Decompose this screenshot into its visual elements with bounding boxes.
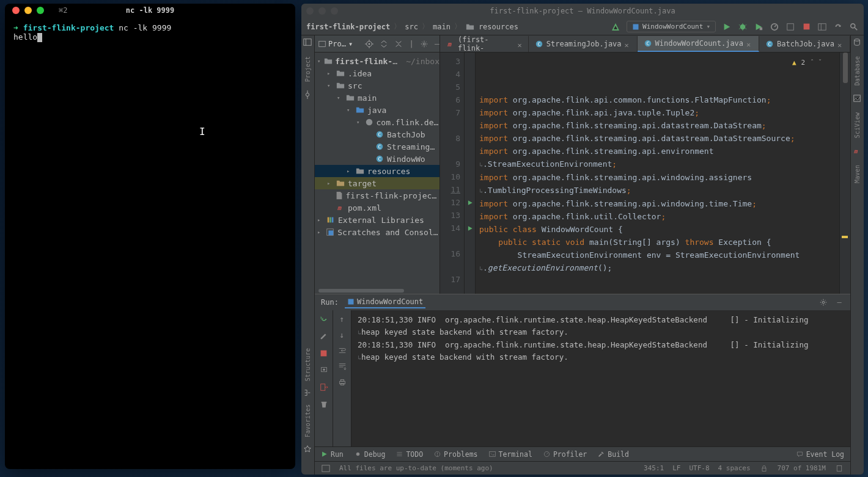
- tree-row[interactable]: ▸ .idea: [315, 67, 440, 79]
- debug-icon[interactable]: [738, 22, 748, 32]
- editor-tab[interactable]: C WindowWordCount.java ✕: [638, 36, 760, 52]
- terminal-titlebar[interactable]: ⌘2 nc -lk 9999: [5, 4, 295, 17]
- tree-row[interactable]: m pom.xml: [315, 202, 440, 214]
- gear-icon[interactable]: [420, 39, 428, 49]
- editor-scrollbar[interactable]: [839, 53, 850, 294]
- run-line-marker[interactable]: [465, 170, 475, 183]
- delete-icon[interactable]: [319, 399, 329, 409]
- tree-row[interactable]: ▸ External Libraries: [315, 214, 440, 226]
- bt-terminal[interactable]: Terminal: [489, 450, 532, 459]
- up-icon[interactable]: ↑: [337, 314, 347, 324]
- minimize-dot[interactable]: [318, 7, 326, 15]
- tree-row[interactable]: ▸ target: [315, 177, 440, 189]
- tree-arrow-icon[interactable]: ▾: [347, 107, 353, 113]
- terminal-tab[interactable]: ⌘2: [54, 5, 72, 16]
- database-tool-icon[interactable]: [853, 38, 862, 48]
- code-editor[interactable]: 34567 8 91011121314 16 17 ▲ 2 ˆ ˇ import…: [440, 53, 850, 294]
- tree-row[interactable]: ▾ com.flink.demo: [315, 116, 440, 128]
- run-line-marker[interactable]: [465, 273, 475, 286]
- structure-tool-icon[interactable]: [303, 388, 313, 397]
- collapse-all-icon[interactable]: [394, 39, 403, 49]
- close-dot[interactable]: [306, 7, 314, 15]
- close-icon[interactable]: ✕: [837, 41, 844, 47]
- run-line-marker[interactable]: [465, 196, 475, 209]
- tree-row[interactable]: C StreamingJo: [315, 140, 440, 153]
- close-icon[interactable]: ✕: [746, 40, 752, 46]
- modify-run-icon[interactable]: [319, 331, 329, 341]
- tool-windows-icon[interactable]: [321, 464, 331, 473]
- sciview-tool-label[interactable]: SciView: [854, 112, 861, 138]
- rerun-icon[interactable]: [319, 314, 329, 324]
- breadcrumb[interactable]: first-flink-project 〉 src 〉 main 〉 resou…: [306, 21, 518, 32]
- expand-all-icon[interactable]: [380, 39, 388, 49]
- tree-arrow-icon[interactable]: ▸: [317, 217, 323, 223]
- minimize-dot[interactable]: [24, 7, 32, 14]
- run-config-tab[interactable]: WindowWordCount: [345, 296, 425, 308]
- zoom-dot[interactable]: [37, 7, 44, 14]
- bt-run[interactable]: Run: [321, 450, 344, 459]
- zoom-dot[interactable]: [331, 7, 338, 15]
- tree-arrow-icon[interactable]: ▾: [317, 58, 322, 64]
- tree-row[interactable]: ▾ java: [315, 104, 440, 116]
- scrollbar-thumb[interactable]: [318, 289, 404, 293]
- hide-icon[interactable]: —: [435, 39, 440, 49]
- run-line-marker[interactable]: [465, 158, 475, 170]
- tree-row[interactable]: first-flink-project.iml: [315, 189, 440, 202]
- bt-debug[interactable]: Debug: [355, 450, 386, 459]
- terminal-body[interactable]: ➜ first-flink-project nc -lk 9999 hello: [5, 17, 295, 48]
- stop-icon[interactable]: [801, 22, 811, 32]
- tree-row[interactable]: ▸ Scratches and Consoles: [315, 226, 440, 238]
- tree-row[interactable]: ▾ src: [315, 79, 440, 92]
- run-line-marker[interactable]: [465, 286, 475, 294]
- locate-icon[interactable]: [365, 39, 373, 49]
- attach-icon[interactable]: [785, 22, 795, 32]
- search-icon[interactable]: [849, 22, 859, 32]
- tree-arrow-icon[interactable]: ▾: [356, 119, 362, 125]
- readonly-icon[interactable]: [759, 464, 769, 473]
- ide-titlebar[interactable]: first-flink-project – WindowWordCount.ja…: [301, 4, 864, 18]
- run-line-marker[interactable]: [465, 132, 475, 145]
- maven-tool-label[interactable]: Maven: [854, 165, 861, 183]
- project-tool-icon[interactable]: [303, 38, 313, 48]
- horizontal-scrollbar[interactable]: [315, 288, 440, 294]
- gear-icon[interactable]: [818, 297, 828, 307]
- tree-row[interactable]: C BatchJob: [315, 128, 440, 140]
- close-dot[interactable]: [12, 7, 20, 14]
- run-line-marker[interactable]: [465, 119, 475, 132]
- commit-tool-icon[interactable]: [303, 90, 313, 100]
- indent[interactable]: 4 spaces: [718, 464, 751, 472]
- dump-icon[interactable]: [319, 365, 329, 375]
- bt-todo[interactable]: TODO: [396, 450, 423, 459]
- editor-tab[interactable]: C StreamingJob.java ✕: [529, 36, 638, 52]
- run-line-marker[interactable]: [465, 222, 475, 235]
- maven-tool-icon[interactable]: m: [853, 147, 862, 156]
- tree-arrow-icon[interactable]: ▸: [327, 180, 333, 186]
- update-icon[interactable]: [833, 22, 843, 32]
- scroll-end-icon[interactable]: [337, 362, 347, 371]
- project-tree[interactable]: ▾ first-flink-project~/inbox ▸ .idea ▾ s…: [315, 53, 440, 288]
- run-line-marker[interactable]: [465, 81, 475, 93]
- exit-icon[interactable]: [319, 382, 329, 392]
- tree-arrow-icon[interactable]: ▾: [327, 82, 333, 89]
- warning-marker[interactable]: [842, 236, 848, 238]
- close-icon[interactable]: ✕: [518, 41, 522, 47]
- caret-pos[interactable]: 345:1: [644, 464, 664, 472]
- console-output[interactable]: 20:18:51,330 INFO org.apache.flink.runti…: [351, 310, 850, 446]
- tree-arrow-icon[interactable]: ▸: [327, 70, 333, 76]
- bt-eventlog[interactable]: Event Log: [796, 450, 844, 459]
- tree-row[interactable]: ▾ main: [315, 92, 440, 104]
- inspections-icon[interactable]: [834, 464, 844, 473]
- bt-profiler[interactable]: Profiler: [543, 450, 587, 459]
- database-tool-label[interactable]: Database: [854, 56, 861, 86]
- bc-src[interactable]: src: [405, 23, 418, 31]
- bt-problems[interactable]: Problems: [434, 450, 477, 459]
- tree-arrow-icon[interactable]: ▸: [317, 229, 323, 235]
- run-line-marker[interactable]: [465, 93, 475, 106]
- profile-icon[interactable]: [770, 22, 779, 32]
- chevron-updown-icon[interactable]: ˆ ˇ: [810, 56, 822, 69]
- editor-tab[interactable]: C BatchJob.java ✕: [759, 36, 850, 52]
- coverage-icon[interactable]: [754, 22, 763, 32]
- tree-arrow-icon[interactable]: ▾: [337, 95, 343, 101]
- run-line-marker[interactable]: [465, 145, 475, 158]
- run-line-marker[interactable]: [465, 183, 475, 196]
